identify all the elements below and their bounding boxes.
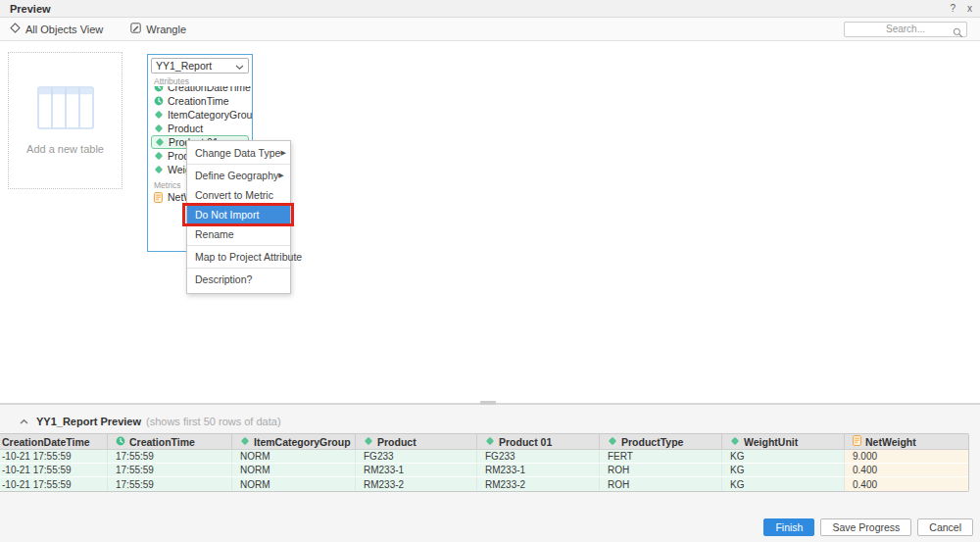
table-cell: KG	[722, 477, 845, 491]
search-input[interactable]	[845, 23, 966, 36]
diamond-icon	[364, 436, 373, 448]
attribute-label: CreationDateTime	[168, 86, 251, 93]
menu-item-label: Do Not Import	[195, 209, 259, 221]
table-cell: KG	[722, 464, 845, 476]
menu-item[interactable]: Change Data Type▶	[187, 143, 290, 163]
column-header[interactable]: ItemCategoryGroup	[232, 434, 356, 449]
wrangle-label: Wrangle	[146, 24, 186, 35]
collapse-chevron-icon[interactable]	[20, 419, 28, 424]
dataset-name-dropdown[interactable]: YY1_Report	[151, 58, 249, 74]
table-cell: RM233-2	[356, 477, 477, 491]
table-cell: RM233-2	[477, 477, 600, 491]
table-cell: KG	[722, 450, 845, 463]
wrangle-button[interactable]: Wrangle	[122, 18, 194, 40]
search-box	[844, 22, 967, 37]
column-header[interactable]: Product	[356, 434, 477, 449]
menu-separator	[187, 245, 290, 246]
wrangle-icon	[130, 23, 141, 35]
column-header-label: CreationTime	[129, 436, 195, 448]
column-header[interactable]: ProductType	[600, 434, 722, 449]
table-cell: -10-21 17:55:59	[0, 450, 108, 463]
menu-item-label: Rename	[195, 228, 234, 240]
attributes-section-label: Attributes	[148, 76, 252, 86]
column-header-label: Product	[377, 436, 416, 448]
add-table-icon	[37, 86, 94, 133]
footer: Finish Save Progress Cancel	[763, 518, 973, 536]
column-header-label: Product 01	[499, 436, 552, 448]
metric-icon	[853, 435, 861, 448]
diamond-icon	[154, 151, 164, 161]
table-cell: RM233-1	[356, 464, 477, 476]
column-header[interactable]: NetWeight	[845, 434, 968, 449]
table-cell: NORM	[232, 450, 356, 463]
menu-item[interactable]: Description?	[187, 270, 290, 289]
table-cell: 9.000	[845, 450, 968, 463]
diamond-outline-icon	[10, 23, 21, 35]
clock-icon	[154, 96, 164, 106]
table-cell: FG233	[356, 450, 477, 463]
diamond-icon	[155, 137, 165, 147]
table-header-row: CreationDateTimeCreationTimeItemCategory…	[0, 434, 968, 450]
toolbar: All Objects View Wrangle	[0, 18, 980, 41]
table-cell: -10-21 17:55:59	[0, 464, 108, 476]
finish-button[interactable]: Finish	[763, 518, 814, 536]
table-row: -10-21 17:55:5917:55:59NORMRM233-2RM233-…	[0, 477, 968, 491]
menu-item-label: Change Data Type	[195, 147, 280, 159]
add-table-label: Add a new table	[26, 143, 104, 155]
preview-title: YY1_Report Preview	[36, 416, 141, 427]
preview-dialog: Preview ? x All Objects View Wrangle	[0, 0, 980, 542]
column-header-label: ProductType	[621, 436, 683, 448]
context-menu: Change Data Type▶Define Geography▶Conver…	[186, 140, 291, 294]
preview-subtitle: (shows first 50 rows of data)	[146, 416, 281, 427]
menu-item-label: Define Geography	[195, 170, 278, 181]
table-cell: 17:55:59	[108, 477, 232, 491]
column-header-label: WeightUnit	[744, 436, 798, 448]
table-cell: NORM	[232, 477, 356, 491]
column-header-label: NetWeight	[865, 436, 916, 448]
column-header[interactable]: WeightUnit	[722, 434, 845, 449]
add-new-table-button[interactable]: Add a new table	[8, 52, 122, 189]
all-objects-view-label: All Objects View	[25, 24, 103, 35]
menu-separator	[187, 164, 290, 165]
column-header[interactable]: Product 01	[477, 434, 600, 449]
menu-item[interactable]: Convert to Metric	[187, 185, 290, 205]
attribute-label: CreationTime	[168, 95, 229, 107]
menu-item[interactable]: Map to Project Attribute	[187, 247, 290, 267]
table-cell: 17:55:59	[108, 464, 232, 476]
table-cell: 0.400	[845, 464, 968, 476]
table-cell: 17:55:59	[108, 450, 232, 463]
diamond-icon	[154, 110, 164, 120]
attribute-item[interactable]: Product	[148, 122, 252, 135]
save-progress-button[interactable]: Save Progress	[820, 518, 911, 536]
menu-item[interactable]: Define Geography▶	[187, 166, 290, 185]
table-cell: 0.400	[845, 477, 968, 491]
table-cell: NORM	[232, 464, 356, 476]
table-cell: -10-21 17:55:59	[0, 477, 108, 491]
attribute-label: Product	[168, 123, 203, 134]
attribute-item[interactable]: CreationTime	[148, 94, 252, 108]
close-icon[interactable]: x	[967, 4, 972, 14]
clock-icon	[116, 436, 125, 448]
diamond-icon	[240, 436, 250, 448]
column-header[interactable]: CreationDateTime	[0, 434, 108, 449]
menu-item[interactable]: Rename	[187, 224, 290, 244]
title-bar: Preview ? x	[0, 0, 980, 18]
cancel-button[interactable]: Cancel	[917, 518, 973, 536]
preview-table: CreationDateTimeCreationTimeItemCategory…	[0, 433, 969, 492]
attribute-item[interactable]: CreationDateTime	[148, 86, 252, 94]
attribute-item[interactable]: ItemCategoryGroup	[148, 108, 252, 122]
diamond-icon	[485, 436, 495, 448]
column-header[interactable]: CreationTime	[108, 434, 232, 449]
attribute-label: ItemCategoryGroup	[168, 109, 252, 121]
table-row: -10-21 17:55:5917:55:59NORMFG233FG233FER…	[0, 450, 968, 464]
dialog-title: Preview	[0, 3, 51, 15]
all-objects-view-button[interactable]: All Objects View	[2, 18, 111, 40]
menu-item[interactable]: Do Not Import	[187, 205, 290, 224]
menu-item-label: Map to Project Attribute	[195, 251, 302, 263]
clock-icon	[154, 86, 164, 92]
table-cell: FG233	[477, 450, 600, 463]
help-icon[interactable]: ?	[950, 4, 956, 14]
submenu-arrow-icon: ▶	[278, 172, 283, 179]
preview-panel-header: YY1_Report Preview (shows first 50 rows …	[0, 412, 980, 431]
metric-icon	[154, 192, 164, 203]
